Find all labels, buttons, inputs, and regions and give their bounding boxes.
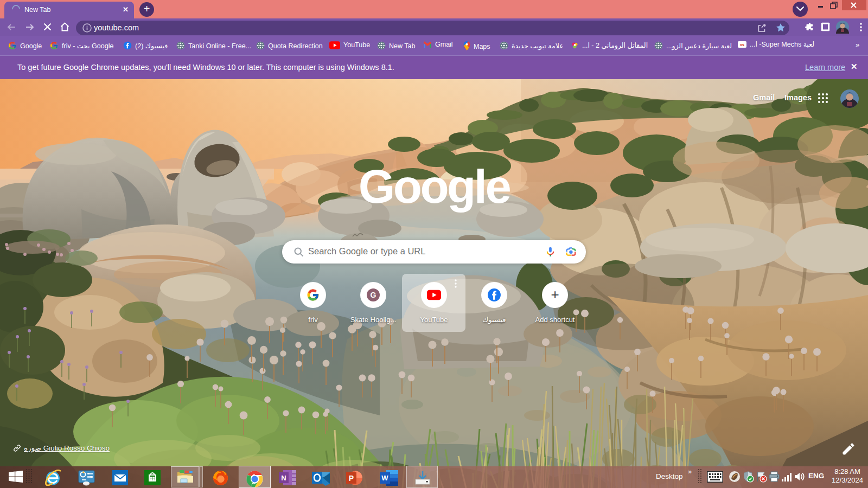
svg-text:N: N xyxy=(281,474,286,482)
svg-text:P: P xyxy=(349,474,354,483)
svg-text:W: W xyxy=(381,474,388,482)
svg-text:vs: vs xyxy=(740,42,744,47)
